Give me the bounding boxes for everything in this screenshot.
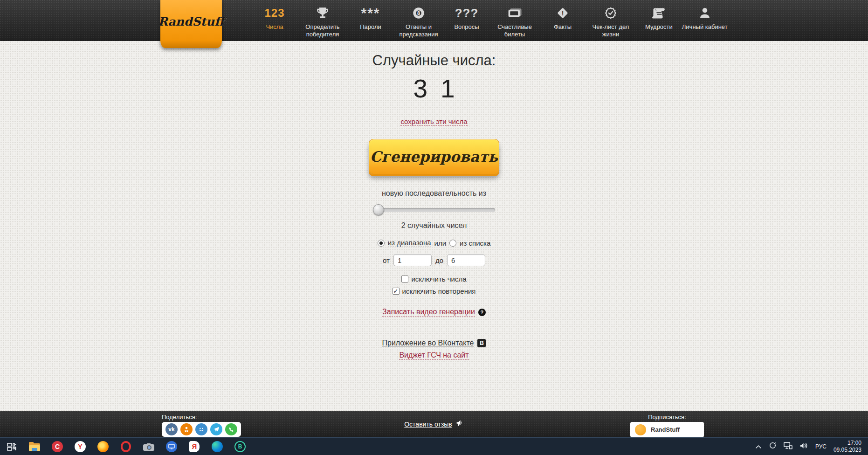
numbers-123-icon: 123: [264, 5, 284, 21]
clock[interactable]: 17:00 09.05.2023: [834, 440, 861, 454]
asterisks-icon: ***: [361, 5, 380, 21]
nav-item-account[interactable]: Личный кабинет: [682, 5, 728, 31]
svg-text:!: !: [562, 9, 564, 17]
nav-label: Числа: [266, 23, 283, 31]
magic-8ball-icon: 8: [412, 5, 425, 21]
random-number-2: 1: [441, 74, 455, 103]
feedback-link[interactable]: Оставить отзыв: [404, 421, 452, 428]
generate-button[interactable]: Сгенерировать: [369, 139, 499, 174]
help-icon[interactable]: ?: [478, 309, 486, 316]
nav-item-pick-winner[interactable]: Определить победителя: [297, 5, 348, 39]
antivirus-shield-icon[interactable]: B: [234, 441, 246, 453]
nav-item-passwords[interactable]: *** Пароли: [357, 5, 384, 31]
edge-icon[interactable]: [211, 441, 223, 453]
tray-network-icon[interactable]: [784, 442, 792, 451]
subscribe-block: Подписаться: RandStuff: [630, 414, 704, 437]
share-block: Поделиться: vk: [162, 414, 241, 437]
count-slider[interactable]: [373, 204, 495, 215]
nav-label: Мудрости: [645, 23, 673, 31]
main-nav: 123 Числа Определить победителя *** Паро…: [261, 0, 728, 41]
tickets-icon: [507, 5, 523, 21]
nav-item-checklist[interactable]: Чек-лист дел жизни: [586, 5, 636, 39]
site-footer: Поделиться: vk Оставить отзыв Подписатьс…: [0, 411, 868, 437]
nav-label: Факты: [554, 23, 572, 31]
or-text: или: [434, 239, 447, 247]
slider-knob[interactable]: [373, 204, 384, 215]
radio-from-range[interactable]: [378, 240, 385, 247]
share-label: Поделиться:: [162, 414, 241, 421]
from-label: от: [383, 256, 390, 264]
to-label: до: [435, 256, 443, 264]
sequence-caption: новую последовательность из: [382, 189, 486, 198]
share-vk-icon[interactable]: vk: [165, 423, 178, 435]
hidden-icons-chevron[interactable]: [755, 442, 762, 451]
nav-item-numbers[interactable]: 123 Числа: [261, 5, 288, 31]
radio-from-list-label[interactable]: из списка: [460, 239, 490, 247]
vk-app-link[interactable]: Приложение во ВКонтакте: [382, 339, 474, 347]
range-row: от до: [383, 254, 485, 266]
subscribe-button-label: RandStuff: [651, 426, 680, 433]
svg-text:8: 8: [417, 10, 420, 16]
start-button[interactable]: [6, 441, 18, 453]
language-indicator[interactable]: РУС: [815, 443, 827, 450]
exclude-repeats-label[interactable]: исключить повторения: [402, 287, 476, 295]
taskbar-icons: C Y Я B: [6, 441, 246, 453]
page-body: Случайные числа: 3 1 сохранить эти числа…: [0, 41, 868, 411]
fact-diamond-icon: !: [556, 5, 569, 21]
random-number-1: 3: [413, 74, 427, 103]
page-title: Случайные числа:: [372, 52, 496, 69]
range-from-input[interactable]: [393, 254, 432, 266]
range-to-input[interactable]: [447, 254, 485, 266]
subscribe-label: Подписаться:: [630, 414, 704, 421]
nav-label: Вопросы: [454, 23, 479, 31]
yandex-browser-icon[interactable]: Y: [74, 441, 86, 453]
exclude-repeats-checkbox[interactable]: ✓: [393, 288, 400, 295]
count-caption: 2 случайных чисел: [401, 221, 467, 230]
tray-volume-icon[interactable]: [799, 442, 808, 451]
widget-link[interactable]: Виджет ГСЧ на сайт: [399, 351, 468, 360]
vk-logo-icon[interactable]: В: [477, 339, 486, 347]
nav-item-answers[interactable]: 8 Ответы и предсказания: [393, 5, 444, 39]
ccleaner-icon[interactable]: C: [51, 441, 63, 453]
radio-from-range-label[interactable]: из диапазона: [388, 239, 431, 247]
yandex-icon[interactable]: Я: [188, 441, 200, 453]
vk-app-row: Приложение во ВКонтакте В: [382, 339, 486, 347]
tray-time: 17:00: [834, 440, 861, 447]
share-moi-mir-icon[interactable]: [195, 423, 207, 435]
nav-item-questions[interactable]: ??? Вопросы: [453, 5, 480, 31]
nav-label: Пароли: [360, 23, 381, 31]
nav-item-facts[interactable]: ! Факты: [549, 5, 576, 31]
opera-icon[interactable]: [120, 441, 132, 453]
scroll-icon: [652, 5, 666, 21]
nav-item-wisdom[interactable]: Мудрости: [645, 5, 673, 31]
subscribe-button[interactable]: RandStuff: [630, 422, 704, 437]
share-telegram-icon[interactable]: [210, 423, 222, 435]
save-numbers-link[interactable]: сохранить эти числа: [400, 117, 467, 126]
slider-track[interactable]: [373, 208, 495, 212]
radio-from-list[interactable]: [449, 240, 456, 247]
nav-label: Счастливые билеты: [489, 23, 540, 39]
file-explorer-icon[interactable]: [28, 441, 41, 453]
person-icon: [698, 5, 711, 21]
exclude-numbers-label[interactable]: исключить числа: [411, 275, 466, 283]
question-marks-icon: ???: [455, 5, 479, 21]
record-video-link[interactable]: Записать видео генерации: [382, 308, 475, 317]
system-tray: РУС 17:00 09.05.2023: [755, 440, 865, 454]
share-odnoklassniki-icon[interactable]: [180, 423, 193, 435]
firefox-icon[interactable]: [97, 441, 109, 453]
site-logo[interactable]: RandStuff: [160, 0, 222, 48]
tray-meet-now-icon[interactable]: [769, 441, 777, 451]
screenshot-tool-icon[interactable]: [143, 441, 155, 453]
random-numbers: 3 1: [413, 74, 455, 103]
share-icons-box: vk: [162, 422, 241, 437]
share-whatsapp-icon[interactable]: [225, 423, 237, 435]
nav-item-lucky-tickets[interactable]: Счастливые билеты: [489, 5, 540, 39]
nav-label: Ответы и предсказания: [393, 23, 444, 39]
checklist-badge-icon: [604, 5, 617, 21]
tray-date: 09.05.2023: [834, 447, 861, 454]
remote-desktop-icon[interactable]: [165, 441, 178, 453]
megaphone-icon: [455, 420, 464, 429]
video-row: Записать видео генерации ?: [382, 308, 486, 317]
trophy-icon: [316, 5, 329, 21]
exclude-numbers-checkbox[interactable]: [401, 276, 408, 283]
